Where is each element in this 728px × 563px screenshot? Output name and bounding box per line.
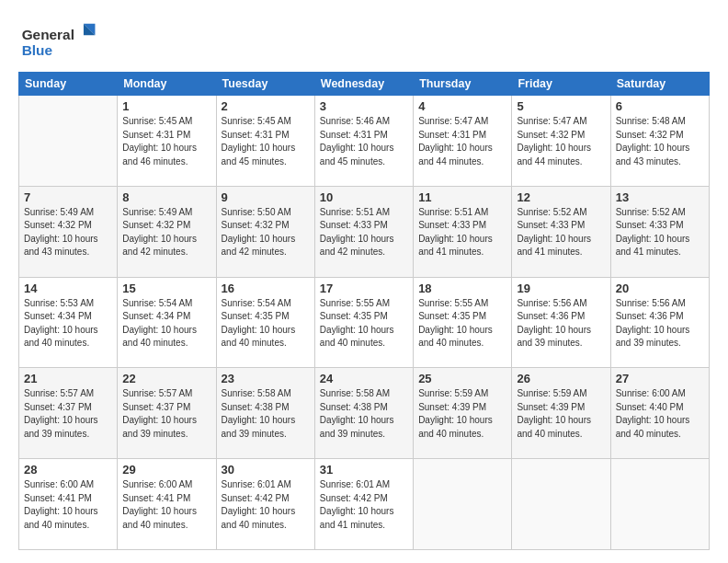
day-number: 16	[222, 282, 310, 295]
day-number: 10	[320, 190, 408, 204]
day-info: Sunrise: 5:52 AMSunset: 4:33 PMDaylight:…	[517, 206, 605, 259]
weekday-header-saturday: Saturday	[610, 73, 709, 96]
daylight-label: Daylight: 10 hours and 39 minutes.	[517, 325, 591, 349]
sunrise-label: Sunrise: 5:59 AM	[517, 388, 586, 398]
logo: General Blue	[18, 17, 101, 63]
day-info: Sunrise: 5:57 AMSunset: 4:37 PMDaylight:…	[24, 387, 112, 441]
calendar-cell: 1Sunrise: 5:45 AMSunset: 4:31 PMDaylight…	[118, 96, 216, 187]
daylight-label: Daylight: 10 hours and 42 minutes.	[222, 234, 296, 258]
day-info: Sunrise: 6:00 AMSunset: 4:40 PMDaylight:…	[616, 387, 704, 441]
sunrise-label: Sunrise: 6:00 AM	[122, 479, 192, 489]
day-number: 30	[222, 463, 310, 477]
sunrise-label: Sunrise: 5:55 AM	[320, 298, 390, 308]
day-number: 2	[222, 99, 310, 113]
calendar-cell: 3Sunrise: 5:46 AMSunset: 4:31 PMDaylight…	[314, 96, 413, 187]
calendar-cell: 7Sunrise: 5:49 AMSunset: 4:32 PMDaylight…	[19, 186, 118, 277]
daylight-label: Daylight: 10 hours and 40 minutes.	[222, 325, 296, 349]
calendar-cell: 20Sunrise: 5:56 AMSunset: 4:36 PMDayligh…	[610, 277, 709, 368]
sunset-label: Sunset: 4:32 PM	[222, 220, 290, 230]
daylight-label: Daylight: 10 hours and 41 minutes.	[616, 234, 690, 258]
weekday-header-tuesday: Tuesday	[216, 73, 314, 96]
sunrise-label: Sunrise: 5:47 AM	[418, 116, 488, 126]
sunrise-label: Sunrise: 5:54 AM	[222, 298, 291, 308]
daylight-label: Daylight: 10 hours and 46 minutes.	[122, 143, 197, 167]
calendar-cell	[610, 459, 709, 550]
sunrise-label: Sunrise: 6:01 AM	[320, 479, 390, 489]
week-row-3: 14Sunrise: 5:53 AMSunset: 4:34 PMDayligh…	[19, 277, 710, 368]
daylight-label: Daylight: 10 hours and 40 minutes.	[418, 415, 493, 439]
sunset-label: Sunset: 4:32 PM	[517, 130, 585, 140]
day-number: 22	[122, 372, 210, 385]
svg-text:Blue: Blue	[22, 42, 53, 58]
calendar-table: SundayMondayTuesdayWednesdayThursdayFrid…	[18, 72, 710, 550]
day-number: 4	[418, 99, 506, 113]
daylight-label: Daylight: 10 hours and 40 minutes.	[24, 506, 98, 530]
sunset-label: Sunset: 4:35 PM	[222, 311, 290, 321]
day-number: 9	[222, 190, 310, 204]
day-info: Sunrise: 5:50 AMSunset: 4:32 PMDaylight:…	[222, 206, 310, 259]
sunrise-label: Sunrise: 5:59 AM	[418, 388, 488, 398]
sunrise-label: Sunrise: 5:56 AM	[616, 298, 686, 308]
day-info: Sunrise: 5:45 AMSunset: 4:31 PMDaylight:…	[122, 115, 210, 168]
sunset-label: Sunset: 4:33 PM	[418, 220, 486, 230]
calendar-cell: 24Sunrise: 5:58 AMSunset: 4:38 PMDayligh…	[314, 368, 413, 459]
calendar-cell: 2Sunrise: 5:45 AMSunset: 4:31 PMDaylight…	[216, 96, 314, 187]
calendar-cell: 26Sunrise: 5:59 AMSunset: 4:39 PMDayligh…	[512, 368, 610, 459]
calendar-cell: 12Sunrise: 5:52 AMSunset: 4:33 PMDayligh…	[512, 186, 610, 277]
sunrise-label: Sunrise: 5:53 AM	[24, 298, 94, 308]
sunset-label: Sunset: 4:33 PM	[517, 220, 585, 230]
day-number: 6	[616, 99, 704, 113]
daylight-label: Daylight: 10 hours and 40 minutes.	[320, 325, 394, 349]
sunrise-label: Sunrise: 5:58 AM	[320, 388, 390, 398]
weekday-header-wednesday: Wednesday	[314, 73, 413, 96]
sunset-label: Sunset: 4:41 PM	[122, 493, 190, 503]
daylight-label: Daylight: 10 hours and 42 minutes.	[122, 234, 197, 258]
daylight-label: Daylight: 10 hours and 39 minutes.	[616, 325, 690, 349]
sunset-label: Sunset: 4:37 PM	[24, 402, 92, 412]
sunrise-label: Sunrise: 5:48 AM	[616, 116, 686, 126]
day-number: 19	[517, 282, 605, 295]
weekday-header-monday: Monday	[118, 73, 216, 96]
sunset-label: Sunset: 4:42 PM	[222, 493, 290, 503]
sunset-label: Sunset: 4:32 PM	[616, 130, 684, 140]
day-number: 13	[616, 190, 704, 204]
day-number: 20	[616, 282, 704, 295]
day-number: 17	[320, 282, 408, 295]
sunset-label: Sunset: 4:38 PM	[222, 402, 290, 412]
day-info: Sunrise: 6:00 AMSunset: 4:41 PMDaylight:…	[122, 478, 210, 532]
day-info: Sunrise: 5:57 AMSunset: 4:37 PMDaylight:…	[122, 387, 210, 441]
day-number: 8	[122, 190, 210, 204]
daylight-label: Daylight: 10 hours and 40 minutes.	[418, 325, 493, 349]
daylight-label: Daylight: 10 hours and 42 minutes.	[320, 234, 394, 258]
day-number: 21	[24, 372, 112, 385]
daylight-label: Daylight: 10 hours and 39 minutes.	[24, 415, 98, 439]
day-number: 23	[222, 372, 310, 385]
week-row-4: 21Sunrise: 5:57 AMSunset: 4:37 PMDayligh…	[19, 368, 710, 459]
daylight-label: Daylight: 10 hours and 45 minutes.	[320, 143, 394, 167]
daylight-label: Daylight: 10 hours and 41 minutes.	[418, 234, 493, 258]
sunset-label: Sunset: 4:31 PM	[122, 130, 190, 140]
day-number: 28	[24, 463, 112, 477]
day-number: 26	[517, 372, 605, 385]
calendar-cell: 9Sunrise: 5:50 AMSunset: 4:32 PMDaylight…	[216, 186, 314, 277]
week-row-2: 7Sunrise: 5:49 AMSunset: 4:32 PMDaylight…	[19, 186, 710, 277]
day-info: Sunrise: 5:52 AMSunset: 4:33 PMDaylight:…	[616, 206, 704, 259]
sunrise-label: Sunrise: 5:51 AM	[418, 207, 488, 217]
weekday-header-sunday: Sunday	[19, 73, 118, 96]
day-info: Sunrise: 5:45 AMSunset: 4:31 PMDaylight:…	[222, 115, 310, 168]
sunset-label: Sunset: 4:32 PM	[24, 220, 92, 230]
page: General Blue SundayMondayTuesdayWednesda…	[0, 0, 728, 563]
day-info: Sunrise: 5:58 AMSunset: 4:38 PMDaylight:…	[320, 387, 408, 441]
daylight-label: Daylight: 10 hours and 40 minutes.	[517, 415, 591, 439]
day-info: Sunrise: 5:55 AMSunset: 4:35 PMDaylight:…	[418, 297, 506, 350]
sunset-label: Sunset: 4:39 PM	[517, 402, 585, 412]
day-number: 11	[418, 190, 506, 204]
sunset-label: Sunset: 4:35 PM	[320, 311, 388, 321]
sunset-label: Sunset: 4:33 PM	[616, 220, 684, 230]
header: General Blue	[18, 17, 710, 63]
sunset-label: Sunset: 4:38 PM	[320, 402, 388, 412]
sunrise-label: Sunrise: 5:52 AM	[517, 207, 586, 217]
sunrise-label: Sunrise: 5:57 AM	[24, 388, 94, 398]
sunrise-label: Sunrise: 5:56 AM	[517, 298, 586, 308]
daylight-label: Daylight: 10 hours and 44 minutes.	[517, 143, 591, 167]
